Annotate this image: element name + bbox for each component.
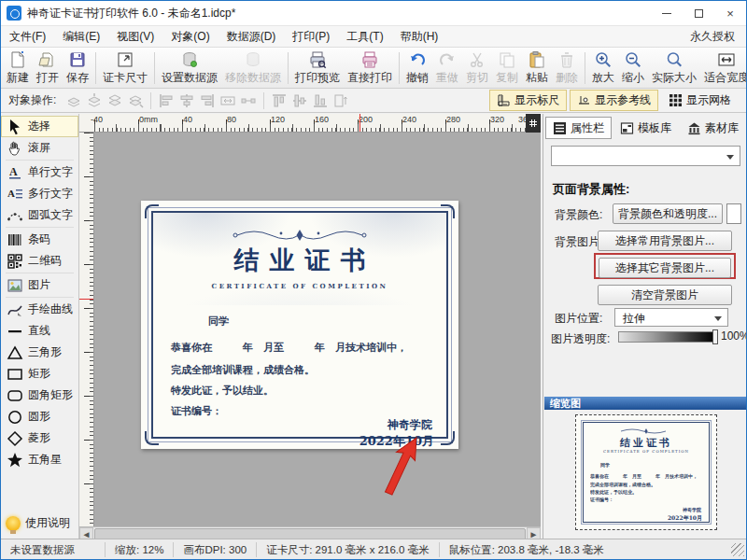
set-datasource-button[interactable]: 设置数据源 <box>158 49 221 88</box>
align-right-icon[interactable] <box>199 92 216 109</box>
opacity-slider-handle[interactable] <box>712 329 718 344</box>
tool-single-line-text[interactable]: A 单行文字 <box>1 161 78 183</box>
select-cursor-icon <box>7 119 23 135</box>
card-size-button[interactable]: 证卡尺寸 <box>99 49 151 88</box>
menu-item-edit[interactable]: 编辑(E) <box>54 26 108 47</box>
certificate-body-line: 恭喜你在 年 月至 年 月技术培训中， <box>171 341 440 355</box>
menu-item-datasource[interactable]: 数据源(D) <box>218 26 285 47</box>
card-size-icon <box>116 50 134 69</box>
tool-diamond[interactable]: 菱形 <box>1 427 78 449</box>
tool-arc-text[interactable]: 圆弧文字 <box>1 204 78 226</box>
bg-color-button[interactable]: 背景颜色和透明度... <box>613 203 723 224</box>
open-button[interactable]: 打开 <box>33 49 63 88</box>
tool-line[interactable]: 直线 <box>1 320 78 342</box>
ruler-label: 320 <box>490 115 504 124</box>
align-left-icon[interactable] <box>158 92 175 109</box>
tool-triangle[interactable]: 三角形 <box>1 342 78 363</box>
actual-size-button[interactable]: 实际大小 <box>648 49 700 88</box>
send-backward-icon[interactable] <box>106 92 123 109</box>
fit-width-button[interactable]: 适合宽度 <box>700 49 747 88</box>
object-selector-dropdown[interactable] <box>551 146 740 166</box>
remove-datasource-button[interactable]: 移除数据源 <box>221 49 285 88</box>
tool-qrcode[interactable]: 二维码 <box>1 250 78 272</box>
image-position-select[interactable]: 拉伸 <box>614 308 728 327</box>
bg-color-swatch[interactable] <box>726 203 741 224</box>
tool-image[interactable]: 图片 <box>1 274 78 296</box>
tool-rectangle[interactable]: 矩形 <box>1 363 78 385</box>
menu-item-file[interactable]: 文件(F) <box>1 26 54 47</box>
tool-separator <box>6 227 74 228</box>
tool-star[interactable]: 五角星 <box>1 449 78 470</box>
same-size-icon[interactable] <box>332 92 349 109</box>
tool-pan[interactable]: 滚屏 <box>1 137 78 159</box>
tool-select[interactable]: 选择 <box>1 116 78 137</box>
copy-button[interactable]: 复制 <box>492 49 522 88</box>
direct-print-button[interactable]: 直接打印 <box>344 49 396 88</box>
distribute-v-icon[interactable] <box>240 92 257 109</box>
tool-freehand-curve[interactable]: 手绘曲线 <box>1 299 78 320</box>
save-button[interactable]: 保存 <box>63 49 92 88</box>
select-common-bg-button[interactable]: 选择常用背景图片... <box>598 231 732 251</box>
thumb-date: 2022年10月 <box>668 514 702 523</box>
thumb-salutation: 同学 <box>600 462 610 468</box>
paste-button[interactable]: 粘贴 <box>522 49 552 88</box>
bg-image-label: 背景图片: <box>555 234 602 250</box>
tool-circle[interactable]: 圆形 <box>1 406 78 427</box>
zoom-out-button[interactable]: 缩小 <box>618 49 648 88</box>
certificate-page[interactable]: 结业证书 CERTIFICATE OF COMPLETION 同学 恭喜你在 年… <box>141 201 458 449</box>
close-button[interactable]: × <box>714 1 746 25</box>
ruler-corner-grid-icon[interactable] <box>526 114 541 133</box>
opacity-value: 100% <box>721 329 747 343</box>
bring-to-front-icon[interactable] <box>86 92 103 109</box>
chevron-down-icon <box>714 316 722 321</box>
menu-item-print[interactable]: 打印(P) <box>284 26 338 47</box>
clear-bg-button[interactable]: 清空背景图片 <box>598 285 732 305</box>
flourish-ornament <box>230 229 370 242</box>
new-button[interactable]: 新建 <box>3 49 33 88</box>
status-datasource: 未设置数据源 <box>1 542 106 557</box>
thumbnail-preview[interactable]: 结业证书 CERTIFICATE OF COMPLETION 同学 恭喜你在 年… <box>575 414 717 530</box>
align-bottom-icon[interactable] <box>312 92 329 109</box>
maximize-button[interactable] <box>683 1 714 25</box>
align-center-icon[interactable] <box>178 92 195 109</box>
minimize-button[interactable] <box>651 1 683 25</box>
menu-item-view[interactable]: 视图(V) <box>108 26 162 47</box>
svg-text:A: A <box>9 165 18 178</box>
tool-barcode[interactable]: 条码 <box>1 229 78 250</box>
print-preview-button[interactable]: 打印预览 <box>291 49 344 88</box>
distribute-h-icon[interactable] <box>219 92 236 109</box>
redo-button[interactable]: 重做 <box>432 49 462 88</box>
show-grid-toggle[interactable]: 显示网格 <box>661 90 739 111</box>
help-button[interactable]: 使用说明 <box>6 515 70 531</box>
design-canvas[interactable]: 结业证书 CERTIFICATE OF COMPLETION 同学 恭喜你在 年… <box>94 133 541 526</box>
tab-templates[interactable]: 模板库 <box>613 117 679 139</box>
menu-item-tools[interactable]: 工具(T) <box>338 26 391 47</box>
tool-separator <box>6 273 74 273</box>
trash-icon <box>557 50 576 69</box>
undo-button[interactable]: 撤销 <box>402 49 432 88</box>
show-guides-toggle[interactable]: 显示参考线 <box>570 90 658 111</box>
opacity-slider[interactable] <box>618 331 717 343</box>
resize-grip[interactable] <box>731 543 744 556</box>
datasource-remove-icon <box>244 50 262 69</box>
menu-item-object[interactable]: 对象(O) <box>162 26 218 47</box>
cut-button[interactable]: 剪切 <box>462 49 492 88</box>
show-ruler-toggle[interactable]: 显示标尺 <box>489 90 567 111</box>
delete-button[interactable]: 删除 <box>552 49 582 88</box>
zoom-in-button[interactable]: 放大 <box>588 49 618 88</box>
tab-properties[interactable]: 属性栏 <box>545 117 612 139</box>
workspace: 选择 滚屏 A 单行文字 A 多行文字 圆弧文字 条码 <box>1 114 746 539</box>
send-to-back-icon[interactable] <box>127 92 144 109</box>
align-top-icon[interactable] <box>271 92 288 109</box>
menu-item-help[interactable]: 帮助(H) <box>392 26 447 47</box>
hand-icon <box>7 140 23 157</box>
bring-forward-icon[interactable] <box>65 92 82 109</box>
image-position-value: 拉伸 <box>623 312 645 325</box>
diamond-icon <box>7 430 23 447</box>
tool-rounded-rectangle[interactable]: 圆角矩形 <box>1 385 78 406</box>
main-toolbar: 新建 打开 保存 证卡尺寸 设置数据源 移除数据源 打印预览 <box>1 48 746 89</box>
tool-multi-line-text[interactable]: A 多行文字 <box>1 183 78 204</box>
align-middle-icon[interactable] <box>291 92 308 109</box>
tab-materials[interactable]: 素材库 <box>680 117 746 139</box>
select-other-bg-button[interactable]: 选择其它背景图片... <box>599 258 731 278</box>
